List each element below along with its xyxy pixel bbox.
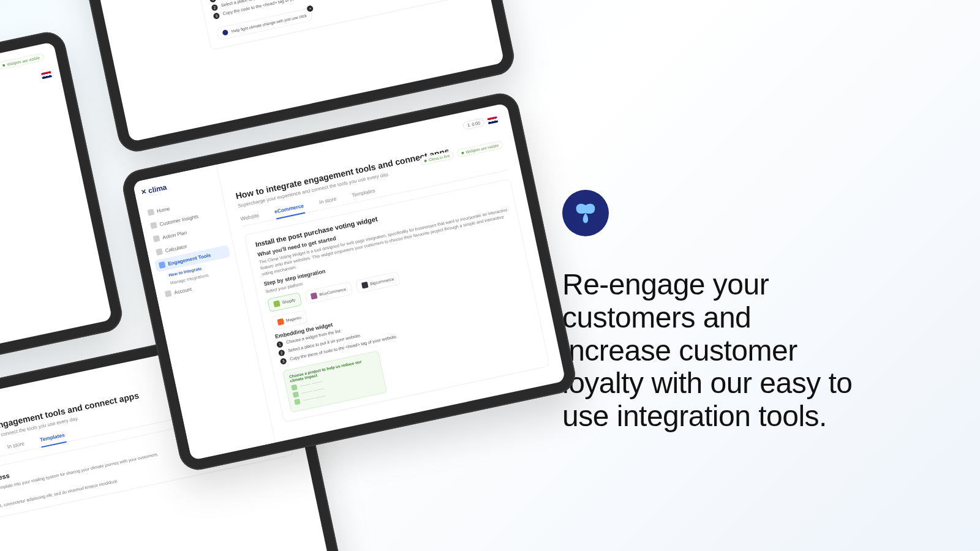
butterfly-icon (222, 29, 229, 36)
tab-templates[interactable]: Templates (351, 185, 377, 203)
butterfly-icon: ✕ (140, 187, 148, 197)
step-number: 2 (278, 349, 285, 356)
tablet-mockup-main: ✕ clima Home Customer Insights Action Pl… (119, 90, 579, 473)
step-number: 3 (280, 358, 287, 365)
marketing-hero: Re-engage your customers and increase cu… (562, 190, 862, 433)
list-icon (153, 235, 160, 242)
shopify-icon (273, 300, 281, 307)
step-number: 1 (276, 340, 284, 348)
page-title-partial: apps (0, 58, 46, 141)
tab-in-store[interactable]: In store (318, 193, 337, 209)
sidebar-item-label: Home (156, 206, 170, 214)
wallet-balance-pill[interactable]: £ 0.00 (462, 118, 484, 130)
voting-widget-card-partial: The Clima Voting Widget is a tool design… (190, 0, 478, 51)
callout-text: Help fight climate change with just one … (231, 13, 307, 34)
platform-label: Shopify (282, 298, 296, 304)
chart-icon (150, 222, 157, 229)
tab-templates[interactable]: Templates (39, 429, 66, 448)
brand-badge (562, 190, 609, 236)
sidebar-item-label: Action Plan (162, 230, 187, 240)
locale-flag-uk[interactable] (41, 71, 52, 79)
tab-website[interactable]: Website (239, 209, 260, 226)
currency-value: 0.00 (472, 121, 481, 127)
magento-icon (277, 318, 284, 325)
platform-label: Bigcommerce (369, 277, 394, 286)
platform-label: Magento (285, 315, 301, 323)
brand-name: clima (148, 183, 168, 195)
platform-label: WooCommerce (318, 287, 347, 296)
sidebar-item-label: Calculator (165, 243, 187, 253)
main-content: Clima.io live Widgets are visible apps (0, 42, 112, 399)
locale-flag-uk[interactable] (487, 116, 498, 124)
butterfly-icon (572, 200, 599, 227)
leaf-icon (293, 391, 300, 398)
calc-icon (156, 248, 163, 255)
leaf-icon (294, 399, 301, 405)
main-content: £ 0.00 How to integrate engagement tools… (217, 103, 566, 442)
currency-symbol: £ (467, 122, 470, 127)
tab-ecommerce[interactable]: eCommerce (273, 200, 305, 220)
check-icon (291, 384, 298, 391)
brand-logo: ✕ clima (139, 173, 214, 197)
app-screen: Clima.io live Widgets are visible apps (0, 42, 112, 399)
plug-icon (159, 261, 166, 269)
close-icon[interactable]: × (307, 5, 314, 12)
bigcommerce-icon (361, 281, 368, 288)
hero-headline: Re-engage your customers and increase cu… (562, 268, 862, 433)
woocommerce-icon (310, 292, 317, 299)
app-screen: ✕ clima Home Customer Insights Action Pl… (133, 103, 566, 460)
platform-shopify[interactable]: Shopify (267, 292, 302, 312)
user-icon (165, 290, 172, 298)
sidebar-item-label: Account (174, 286, 192, 295)
home-icon (147, 209, 154, 216)
tab-in-store[interactable]: In store (6, 438, 26, 454)
